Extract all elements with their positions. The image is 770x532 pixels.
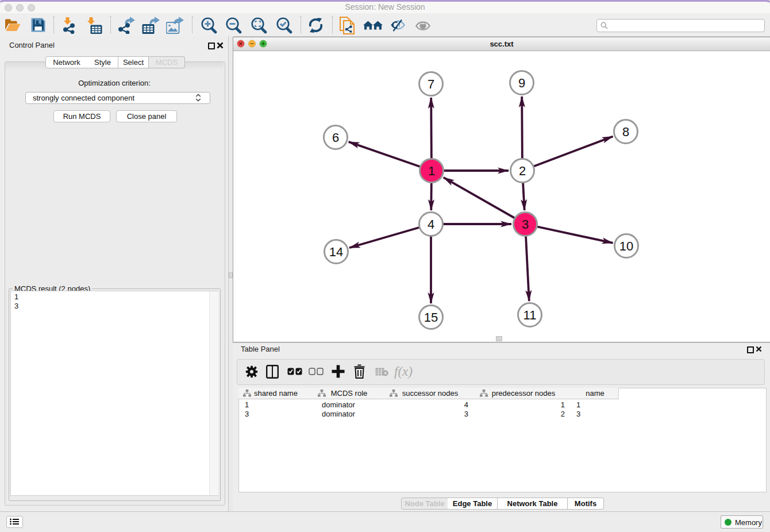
svg-text:15: 15 [424, 310, 438, 325]
svg-text:4: 4 [428, 217, 434, 232]
svg-text:8: 8 [622, 125, 629, 139]
svg-text:1: 1 [428, 164, 435, 178]
svg-text:10: 10 [619, 239, 633, 253]
svg-text:14: 14 [329, 245, 343, 259]
svg-text:9: 9 [518, 76, 525, 90]
svg-text:11: 11 [523, 308, 537, 322]
svg-text:2: 2 [519, 164, 526, 178]
svg-text:3: 3 [522, 217, 529, 232]
svg-text:7: 7 [428, 77, 434, 91]
svg-text:6: 6 [332, 130, 339, 145]
